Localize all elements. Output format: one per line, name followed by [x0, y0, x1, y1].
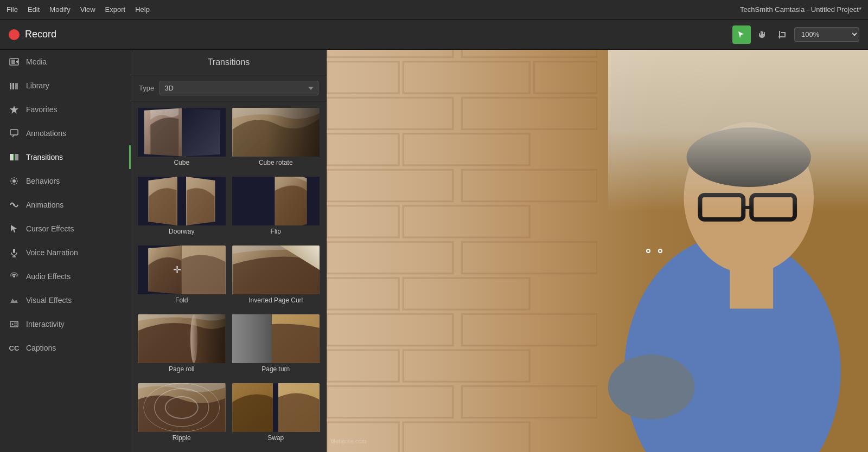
animations-icon	[9, 199, 20, 210]
svg-rect-40	[327, 278, 399, 309]
svg-rect-4	[12, 83, 14, 89]
sidebar-item-cursor-effects[interactable]: Cursor Effects	[0, 217, 131, 241]
transitions-panel: Transitions Type 3D All 2D Favorites	[131, 50, 327, 452]
sidebar-item-transitions[interactable]: Transitions	[0, 145, 131, 169]
transitions-icon	[9, 152, 20, 163]
transition-doorway-thumb	[138, 177, 226, 225]
sidebar-item-visual-effects[interactable]: Visual Effects	[0, 288, 131, 312]
sidebar: Media Library Favorites Annotations Tran	[0, 50, 131, 452]
svg-point-23	[155, 389, 209, 427]
menu-export[interactable]: Export	[105, 5, 126, 14]
transition-page-turn[interactable]: Page turn	[231, 313, 321, 378]
sidebar-item-library[interactable]: Library	[0, 74, 131, 98]
visual-effects-icon	[9, 295, 20, 306]
audio-effects-icon	[9, 271, 20, 282]
svg-rect-56	[730, 266, 774, 309]
svg-rect-37	[403, 206, 529, 237]
transition-ripple-label: Ripple	[138, 432, 226, 445]
transition-doorway[interactable]: Doorway	[137, 176, 227, 240]
transition-cube-rotate[interactable]: Cube rotate	[231, 107, 321, 171]
menu-items: File Edit Modify View Export Help	[7, 5, 150, 14]
svg-point-17	[13, 275, 15, 277]
sidebar-item-interactivity[interactable]: Interactivity	[0, 312, 131, 336]
zoom-select[interactable]: 100% 50% 75% 125% 150% 200%	[794, 27, 859, 42]
svg-rect-30	[327, 98, 453, 129]
transition-fold-thumb: ✛	[138, 246, 226, 294]
transition-page-roll-label: Page roll	[138, 363, 226, 376]
preview-area: filehorse.com	[327, 50, 868, 452]
svg-rect-42	[327, 314, 453, 345]
svg-marker-6	[10, 106, 18, 114]
transitions-grid: Cube Cube rotate	[131, 101, 326, 452]
sidebar-label-interactivity: Interactivity	[26, 320, 65, 328]
transition-ripple-thumb	[138, 383, 226, 432]
sidebar-item-captions[interactable]: CC Captions	[0, 336, 131, 360]
voice-narration-icon	[9, 247, 20, 258]
svg-rect-18	[10, 321, 18, 327]
sidebar-item-voice-narration[interactable]: Voice Narration	[0, 241, 131, 264]
transition-ripple[interactable]: Ripple	[137, 382, 227, 447]
app-title: TechSmith Camtasia - Untitled Project*	[740, 5, 861, 14]
transition-flip-thumb	[232, 177, 320, 225]
svg-rect-32	[327, 134, 399, 165]
sidebar-item-behaviors[interactable]: Behaviors	[0, 169, 131, 193]
menu-modify[interactable]: Modify	[49, 5, 70, 14]
transition-cube[interactable]: Cube	[137, 107, 227, 171]
library-icon	[9, 80, 20, 91]
menu-view[interactable]: View	[80, 5, 95, 14]
handle-dot-right	[658, 249, 662, 253]
sidebar-item-media[interactable]: Media	[0, 50, 131, 74]
transition-page-roll-thumb	[138, 314, 226, 363]
svg-rect-38	[327, 242, 453, 273]
pointer-tool[interactable]	[732, 25, 751, 44]
menu-help[interactable]: Help	[135, 5, 150, 14]
transition-inverted-page-curl-label: Inverted Page Curl	[232, 294, 320, 307]
transition-fold-label: Fold	[138, 294, 226, 307]
svg-rect-25	[327, 50, 453, 57]
watermark: filehorse.com	[327, 436, 371, 447]
crop-tool[interactable]	[774, 25, 792, 44]
sidebar-label-library: Library	[26, 81, 49, 90]
svg-point-12	[13, 204, 15, 206]
sidebar-item-favorites[interactable]: Favorites	[0, 98, 131, 121]
hand-tool[interactable]	[753, 25, 771, 44]
svg-rect-27	[327, 62, 399, 93]
sidebar-label-captions: Captions	[26, 344, 56, 352]
svg-rect-45	[403, 350, 529, 382]
transition-fold[interactable]: ✛ Fold	[137, 244, 227, 309]
toolbar: Record 100% 50% 75% 125% 150% 200%	[0, 20, 868, 50]
transition-flip[interactable]: Flip	[231, 176, 321, 240]
transition-cube-rotate-thumb	[232, 108, 320, 157]
window-light	[608, 50, 868, 211]
svg-rect-5	[15, 83, 18, 89]
interactivity-icon	[9, 319, 20, 330]
svg-rect-46	[327, 386, 453, 418]
transition-page-roll[interactable]: Page roll	[137, 313, 227, 378]
transition-swap[interactable]: Swap	[231, 382, 321, 447]
sidebar-label-audio-effects: Audio Effects	[26, 272, 71, 281]
transition-swap-thumb	[232, 383, 320, 432]
svg-point-19	[12, 324, 14, 325]
svg-rect-44	[327, 350, 399, 382]
filter-select[interactable]: 3D All 2D Favorites	[159, 81, 318, 95]
sidebar-item-animations[interactable]: Animations	[0, 193, 131, 217]
svg-rect-9	[15, 154, 18, 160]
sidebar-label-annotations: Annotations	[26, 129, 66, 138]
media-icon	[9, 56, 20, 67]
svg-rect-36	[327, 206, 399, 237]
transition-inverted-page-curl-thumb	[232, 246, 320, 294]
record-label: Record	[25, 29, 56, 40]
filter-label: Type	[139, 84, 154, 92]
menu-edit[interactable]: Edit	[28, 5, 40, 14]
sidebar-item-audio-effects[interactable]: Audio Effects	[0, 264, 131, 288]
svg-point-22	[165, 397, 198, 418]
transition-inverted-page-curl[interactable]: Inverted Page Curl	[231, 244, 321, 309]
sidebar-item-annotations[interactable]: Annotations	[0, 121, 131, 145]
handle-dot-left	[646, 249, 650, 253]
panel-filter: Type 3D All 2D Favorites	[131, 75, 326, 101]
svg-rect-41	[403, 278, 529, 309]
sidebar-label-transitions: Transitions	[26, 153, 63, 162]
toolbar-tools: 100% 50% 75% 125% 150% 200%	[732, 25, 859, 44]
transition-cube-label: Cube	[138, 157, 226, 170]
menu-file[interactable]: File	[7, 5, 18, 14]
